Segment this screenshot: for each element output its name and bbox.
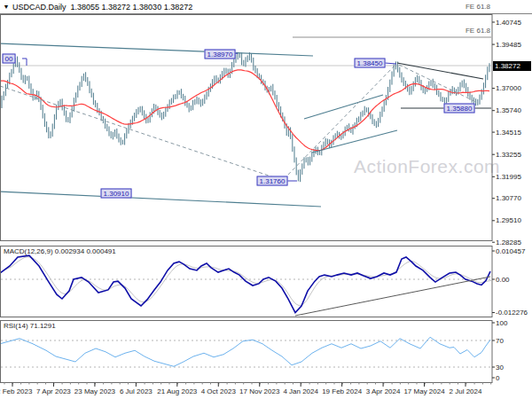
annotation-level-1-35880: 1.35880	[444, 104, 475, 113]
chart-window: ▼ USDCAD.Daily 1.38055 1.38272 1.38030 1…	[0, 0, 532, 399]
annotation-left-edge-level: 00	[3, 54, 16, 64]
annotation-level-1-31760: 1.31760	[257, 176, 288, 186]
chart-canvas[interactable]	[0, 0, 532, 399]
annotation-level-1-38970: 1.38970	[205, 50, 236, 59]
rsi-indicator-label: RSI(14) 71.1291	[4, 322, 56, 330]
current-price-tag: 1.38272	[493, 61, 531, 71]
annotation-level-1-30910: 1.30910	[101, 189, 132, 199]
annotation-level-1-38450: 1.38450	[355, 59, 386, 68]
macd-indicator-label: MACD(12,26,9) 0.002934 0.000491	[4, 247, 116, 255]
